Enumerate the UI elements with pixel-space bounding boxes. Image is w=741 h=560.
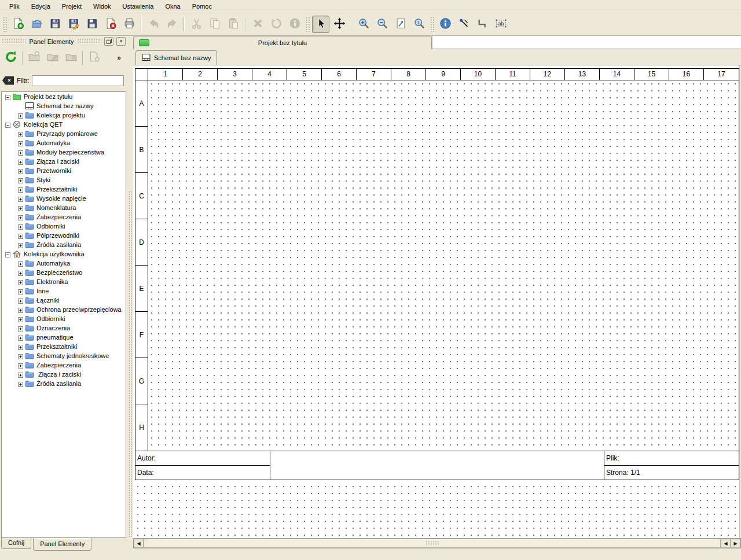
collapse-icon[interactable]	[5, 122, 10, 127]
zoom-reset-button[interactable]: 1	[410, 16, 428, 33]
expand-icon[interactable]	[18, 141, 23, 146]
expand-icon[interactable]	[18, 159, 23, 164]
menu-plik[interactable]: Plik	[3, 1, 25, 12]
tree-item[interactable]: Złącza i zaciski	[2, 157, 126, 166]
tree-item[interactable]: Przetworniki	[2, 166, 126, 175]
expand-icon[interactable]	[18, 224, 23, 229]
menu-okna[interactable]: Okna	[159, 1, 186, 12]
tree-item[interactable]: Źródła zasilania	[2, 240, 126, 249]
menu-ustawienia[interactable]: Ustawienia	[117, 1, 160, 12]
panel-splitter[interactable]	[127, 36, 133, 560]
tree-item[interactable]: Łączniki	[2, 296, 126, 305]
toolbar-handle[interactable]	[3, 17, 7, 32]
expand-icon[interactable]	[18, 168, 23, 174]
tree-item[interactable]: Projekt bez tytułu	[2, 92, 126, 101]
diagram-properties-button[interactable]	[436, 16, 454, 33]
save-all-button[interactable]	[83, 16, 101, 33]
tree-item[interactable]: Złącza i zaciski	[2, 370, 126, 379]
collections-tree[interactable]: Projekt bez tytułuSchemat bez nazwyKolek…	[1, 91, 126, 538]
filter-input[interactable]	[32, 75, 124, 86]
reload-collections-button[interactable]	[2, 49, 20, 67]
tree-item[interactable]: Bezpieczeństwo	[2, 268, 126, 277]
tree-item[interactable]: Nomenklatura	[2, 203, 126, 212]
tree-item[interactable]: Przekształtniki	[2, 342, 126, 351]
horizontal-scrollbar[interactable]: ◀ ◀ ▶	[133, 538, 741, 548]
expand-icon[interactable]	[18, 178, 23, 183]
expand-icon[interactable]	[18, 215, 23, 220]
expand-icon[interactable]	[18, 233, 23, 238]
zoom-out-button[interactable]	[373, 16, 391, 33]
tree-item[interactable]: pneumatique	[2, 333, 126, 342]
pan-mode-button[interactable]	[331, 16, 348, 33]
drawing-grid-area[interactable]	[148, 80, 739, 451]
new-project-button[interactable]	[9, 16, 27, 33]
diagram-tab[interactable]: Schemat bez nazwy	[135, 50, 217, 65]
scroll-right-button[interactable]: ▶	[731, 539, 740, 548]
tree-item[interactable]: Kolekcja projektu	[2, 110, 126, 120]
tree-item[interactable]: Zabezpieczenia	[2, 360, 126, 370]
tree-item[interactable]: Kolekcja QET	[2, 120, 126, 129]
clear-filter-icon[interactable]: ×	[2, 76, 14, 85]
scroll-left-button-2[interactable]: ◀	[721, 539, 731, 548]
tree-item[interactable]: Automatyka	[2, 138, 126, 148]
expand-icon[interactable]	[18, 363, 23, 368]
expand-icon[interactable]	[18, 196, 23, 201]
expand-icon[interactable]	[18, 307, 23, 312]
tree-item[interactable]: Odbiorniki	[2, 314, 126, 323]
tree-item[interactable]: Źródła zasilania	[2, 379, 126, 388]
expand-icon[interactable]	[18, 150, 23, 155]
tree-item[interactable]: Automatyka	[2, 259, 126, 268]
add-text-button[interactable]: ab	[492, 16, 509, 33]
tree-item[interactable]: Przekształtniki	[2, 185, 126, 194]
panel-toolbar-overflow[interactable]: »	[117, 54, 121, 62]
zoom-fit-button[interactable]	[392, 16, 409, 33]
dock-tab-cofnij[interactable]: Cofnij	[1, 538, 31, 549]
scroll-left-button[interactable]: ◀	[134, 539, 144, 548]
tree-item[interactable]: Schemat bez nazwy	[2, 101, 126, 110]
expand-icon[interactable]	[18, 335, 23, 340]
expand-icon[interactable]	[18, 205, 23, 211]
expand-icon[interactable]	[18, 279, 23, 285]
toolbar-handle[interactable]	[306, 17, 310, 32]
expand-icon[interactable]	[18, 261, 23, 266]
expand-icon[interactable]	[18, 326, 23, 331]
print-button[interactable]	[120, 16, 138, 33]
open-project-button[interactable]	[28, 16, 45, 33]
panel-float-button[interactable]	[104, 37, 113, 46]
tree-item[interactable]: Oznaczenia	[2, 323, 126, 333]
tree-item[interactable]: Odbiorniki	[2, 222, 126, 231]
save-project-as-button[interactable]	[65, 16, 82, 33]
expand-icon[interactable]	[18, 353, 23, 359]
conductor-orthogonal-button[interactable]	[474, 16, 491, 33]
expand-icon[interactable]	[18, 316, 23, 322]
expand-icon[interactable]	[18, 187, 23, 192]
collapse-icon[interactable]	[5, 94, 10, 100]
expand-icon[interactable]	[18, 270, 23, 275]
expand-icon[interactable]	[18, 113, 23, 118]
tree-item[interactable]: Ochrona przeciwprzepięciowa	[2, 305, 126, 314]
panel-drag-texture[interactable]	[2, 39, 26, 44]
menu-projekt[interactable]: Projekt	[56, 1, 87, 12]
expand-icon[interactable]	[18, 289, 23, 294]
tree-item[interactable]: Kolekcja użytkownika	[2, 249, 126, 259]
save-project-button[interactable]	[46, 16, 64, 33]
menu-edycja[interactable]: Edycja	[25, 1, 56, 12]
expand-icon[interactable]	[18, 344, 23, 349]
tree-item[interactable]: Elektronika	[2, 277, 126, 286]
toolbar-handle[interactable]	[430, 17, 434, 32]
tree-item[interactable]: Zabezpieczenia	[2, 212, 126, 222]
zoom-in-button[interactable]	[355, 16, 372, 33]
tree-item[interactable]: Inne	[2, 286, 126, 296]
tree-item[interactable]: Przyrządy pomiarowe	[2, 129, 126, 138]
expand-icon[interactable]	[18, 372, 23, 377]
dock-tab-panel-elementy[interactable]: Panel Elementy	[33, 538, 91, 551]
expand-icon[interactable]	[18, 131, 23, 137]
menu-pomoc[interactable]: Pomoc	[186, 1, 218, 12]
scrollbar-thumb[interactable]	[144, 539, 721, 548]
menu-widok[interactable]: Widok	[87, 1, 117, 12]
tree-item[interactable]: Styki	[2, 175, 126, 185]
expand-icon[interactable]	[18, 242, 23, 248]
tree-item[interactable]: Moduły bezpieczeństwa	[2, 148, 126, 157]
add-conductor-button[interactable]	[455, 16, 472, 33]
collapse-icon[interactable]	[5, 252, 10, 257]
